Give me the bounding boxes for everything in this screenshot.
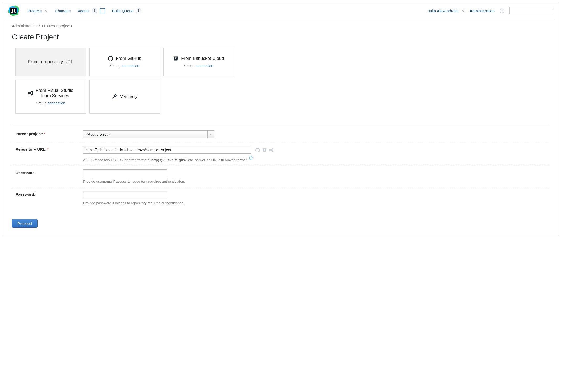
visual-studio-icon	[269, 148, 274, 152]
help-icon[interactable]: ?	[499, 8, 505, 13]
wrench-icon	[112, 94, 117, 99]
repository-url-label: Repository URL:	[15, 147, 46, 151]
bitbucket-connection-link[interactable]: connection	[195, 64, 213, 68]
card-from-github[interactable]: From GitHub Set up connection	[89, 48, 160, 76]
breadcrumb-root[interactable]: <Root project>	[47, 24, 72, 28]
nav-build-queue-label: Build Queue	[112, 9, 134, 13]
row-parent-project: Parent project:* <Root project>	[12, 127, 549, 142]
vsts-connection-link[interactable]: connection	[47, 101, 65, 105]
agents-count-badge: 1	[92, 8, 97, 13]
svg-text:?: ?	[250, 156, 252, 159]
chevron-down-icon[interactable]	[207, 131, 214, 138]
username-label: Username:	[12, 169, 83, 175]
help-icon[interactable]: ?	[249, 156, 253, 160]
parent-project-label: Parent project:	[15, 131, 43, 136]
github-icon	[108, 56, 113, 61]
build-queue-count-badge: 1	[136, 8, 141, 13]
breadcrumb-admin[interactable]: Administration	[12, 24, 37, 28]
username-hint: Provide username if access to repository…	[83, 179, 549, 183]
card-from-repo-url[interactable]: From a repository URL	[15, 48, 86, 76]
password-label: Password:	[12, 191, 83, 197]
row-password: Password: Provide password if access to …	[12, 187, 549, 209]
svg-rect-0	[10, 8, 17, 14]
row-username: Username: Provide username if access to …	[12, 166, 549, 187]
page-title: Create Project	[12, 33, 549, 41]
card-manually[interactable]: Manually	[89, 80, 160, 114]
visual-studio-icon	[28, 91, 33, 96]
bitbucket-icon	[173, 56, 178, 61]
parent-project-select[interactable]: <Root project>	[83, 130, 214, 138]
nav-changes[interactable]: Changes	[55, 9, 71, 13]
password-hint: Provide password if access to repository…	[83, 201, 549, 205]
nav-agents-label: Agents	[77, 9, 90, 13]
nav-projects-label: Projects	[28, 9, 42, 13]
row-repository-url: Repository URL:* A VCS repository URL. S…	[12, 142, 549, 166]
projects-grid-icon	[42, 25, 45, 27]
card-from-bitbucket[interactable]: From Bitbucket Cloud Set up connection	[163, 48, 234, 76]
svg-rect-1	[11, 12, 13, 13]
chevron-down-icon[interactable]	[45, 9, 48, 12]
proceed-button[interactable]: Proceed	[12, 219, 38, 228]
nav-user[interactable]: Julia Alexandrova |	[428, 9, 465, 13]
password-input[interactable]	[83, 191, 167, 199]
svg-text:?: ?	[501, 9, 503, 12]
breadcrumb: Administration / <Root project>	[12, 24, 549, 28]
nav-user-label: Julia Alexandrova	[428, 9, 459, 13]
repository-url-input[interactable]	[83, 146, 251, 154]
search-input[interactable]	[511, 9, 556, 13]
bitbucket-icon	[262, 148, 267, 152]
agents-status-icon	[100, 8, 105, 13]
parent-project-value: <Root project>	[83, 132, 207, 136]
chevron-down-icon[interactable]	[462, 9, 465, 12]
nav-build-queue[interactable]: Build Queue 1	[112, 8, 141, 13]
nav-administration[interactable]: Administration	[470, 9, 495, 13]
nav-projects[interactable]: Projects |	[28, 9, 48, 13]
github-icon	[255, 148, 260, 152]
card-from-vsts[interactable]: From Visual Studio Team Services Set up …	[15, 80, 86, 114]
repository-url-hint: A VCS repository URL. Supported formats:…	[83, 156, 549, 162]
username-input[interactable]	[83, 169, 167, 177]
github-connection-link[interactable]: connection	[121, 64, 139, 68]
search-box[interactable]	[509, 7, 553, 14]
nav-agents[interactable]: Agents 1	[77, 8, 105, 13]
source-cards: From a repository URL From GitHub Set up…	[15, 48, 549, 114]
teamcity-logo[interactable]	[8, 4, 20, 17]
top-nav: Projects | Changes Agents 1 Build Queue …	[2, 2, 559, 20]
